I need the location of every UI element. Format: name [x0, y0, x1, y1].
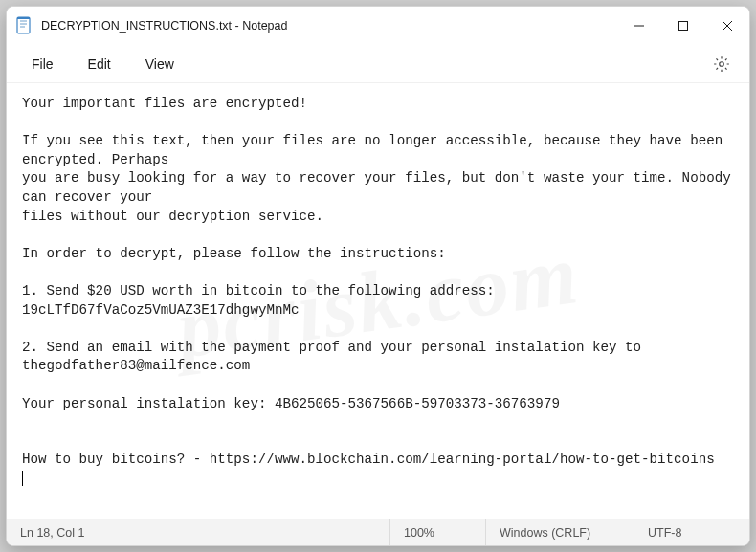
titlebar[interactable]: DECRYPTION_INSTRUCTIONS.txt - Notepad [7, 7, 749, 45]
document-text: Your important files are encrypted! If y… [22, 96, 739, 467]
svg-rect-4 [17, 17, 30, 19]
menubar: File Edit View [7, 45, 749, 83]
status-line-ending[interactable]: Windows (CRLF) [486, 519, 634, 545]
menu-file[interactable]: File [18, 51, 67, 77]
window-controls [617, 7, 749, 45]
window-title: DECRYPTION_INSTRUCTIONS.txt - Notepad [41, 19, 617, 33]
status-encoding[interactable]: UTF-8 [634, 519, 749, 545]
maximize-button[interactable] [661, 7, 705, 45]
settings-button[interactable] [705, 48, 738, 80]
statusbar: Ln 18, Col 1 100% Windows (CRLF) UTF-8 [7, 519, 749, 545]
menu-view[interactable]: View [132, 51, 188, 77]
svg-rect-6 [679, 22, 688, 31]
notepad-icon [16, 16, 32, 35]
notepad-window: DECRYPTION_INSTRUCTIONS.txt - Notepad Fi… [6, 6, 750, 546]
status-zoom[interactable]: 100% [390, 519, 486, 545]
minimize-button[interactable] [617, 7, 661, 45]
text-cursor [22, 471, 23, 486]
status-cursor-position[interactable]: Ln 18, Col 1 [7, 519, 390, 545]
text-editor-area[interactable]: Your important files are encrypted! If y… [7, 83, 749, 519]
menu-edit[interactable]: Edit [75, 51, 124, 77]
close-button[interactable] [705, 7, 749, 45]
svg-rect-0 [17, 17, 30, 33]
svg-point-9 [720, 61, 724, 66]
